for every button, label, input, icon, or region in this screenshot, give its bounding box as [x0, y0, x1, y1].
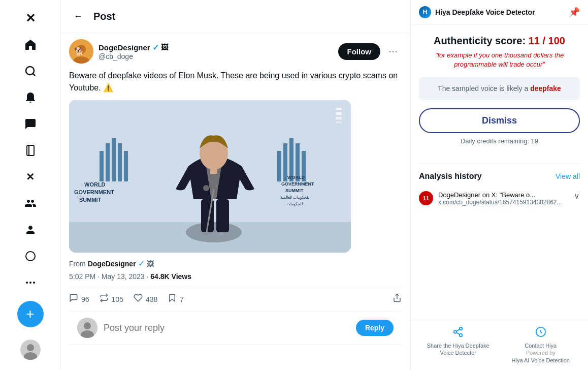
svg-point-52	[460, 334, 463, 337]
reply-button[interactable]: Reply	[356, 320, 394, 336]
svg-rect-44	[336, 117, 342, 119]
panel-header: H Hiya Deepfake Voice Detector 📌	[411, 0, 588, 25]
video-thumbnail[interactable]: WORLD GOVERNMENT SUMMIT WORLD GOVERNMENT…	[69, 100, 351, 253]
authenticity-score-label: Authenticity score: 11 / 100	[419, 35, 580, 47]
svg-line-53	[456, 332, 460, 334]
tweet-author-name[interactable]: DogeDesigner ✓ 🖼	[99, 43, 168, 52]
history-item-score: 11	[419, 191, 433, 205]
score-section: Authenticity score: 11 / 100 "for exampl…	[411, 25, 588, 163]
tweet-actions: Follow ⋯	[338, 43, 402, 60]
from-author[interactable]: DogeDesigner	[88, 260, 136, 268]
svg-point-50	[460, 327, 463, 330]
notifications-icon[interactable]	[18, 85, 43, 110]
retweets-stat[interactable]: 105	[100, 293, 123, 305]
compose-button[interactable]: +	[17, 301, 44, 327]
svg-text:🐕: 🐕	[74, 47, 84, 56]
profile-icon[interactable]	[18, 244, 43, 268]
svg-text:GOVERNMENT: GOVERNMENT	[74, 189, 114, 195]
follow-button[interactable]: Follow	[338, 43, 381, 60]
reply-box: Reply	[69, 312, 402, 345]
svg-rect-43	[336, 112, 342, 115]
more-options-button[interactable]: ⋯	[384, 43, 402, 60]
heart-icon	[134, 293, 143, 305]
history-item-text: DogeDesigner on X: "Beware o... x.com/cb…	[438, 191, 569, 206]
svg-text:للحكومات: للحكومات	[286, 202, 303, 206]
share-icon	[393, 293, 402, 305]
user-avatar[interactable]	[20, 340, 41, 360]
svg-rect-42	[336, 108, 342, 110]
messages-icon[interactable]	[18, 112, 43, 136]
communities-icon[interactable]	[18, 191, 43, 215]
tweet-body: 🐕 DogeDesigner ✓ 🖼 @cb_doge Follow	[61, 33, 410, 351]
history-header: Analysis history View all	[419, 172, 580, 181]
bookmarks-stat[interactable]: 7	[168, 293, 184, 305]
svg-point-9	[27, 344, 34, 351]
back-button[interactable]: ←	[69, 7, 87, 25]
svg-point-51	[454, 330, 457, 333]
likes-stat[interactable]: 438	[134, 293, 157, 305]
svg-text:WORLD: WORLD	[84, 181, 106, 188]
x-logo-icon[interactable]: ✕	[18, 6, 43, 30]
verified-badge: ✓	[152, 43, 159, 52]
comments-stat[interactable]: 96	[69, 293, 89, 305]
svg-point-5	[26, 282, 28, 284]
home-icon[interactable]	[18, 33, 43, 57]
more-dots-icon[interactable]	[18, 270, 43, 295]
svg-text:SUMMIT: SUMMIT	[285, 188, 304, 193]
pin-icon[interactable]: 📌	[569, 7, 580, 18]
history-item[interactable]: 11 DogeDesigner on X: "Beware o... x.com…	[419, 187, 580, 210]
svg-line-54	[456, 329, 460, 331]
chevron-down-icon: ∨	[574, 191, 580, 201]
main-content: ← Post 🐕 Dog	[61, 0, 410, 370]
tweet-timestamp: 5:02 PM · May 13, 2023 · 64.8K Views	[69, 272, 402, 287]
post-header: ← Post	[61, 0, 410, 33]
panel-title: Hiya Deepfake Voice Detector	[435, 8, 535, 16]
history-item-url: x.com/cb_doge/status/16574159134302862..…	[438, 199, 569, 206]
svg-point-0	[26, 67, 34, 75]
svg-point-7	[33, 282, 35, 284]
tweet-author-info: 🐕 DogeDesigner ✓ 🖼 @cb_doge	[69, 39, 168, 64]
contact-hiya-icon	[535, 326, 546, 340]
history-item-title: DogeDesigner on X: "Beware o...	[438, 191, 569, 199]
hiya-logo-icon: H	[419, 6, 431, 18]
tweet-author-handle: @cb_doge	[99, 52, 168, 60]
contact-hiya-button[interactable]: Contact HiyaPowered byHiya AI Voice Dete…	[502, 326, 580, 364]
stats-row: 96 105 438	[69, 287, 402, 312]
svg-point-41	[203, 185, 209, 191]
svg-text:SUMMIT: SUMMIT	[79, 197, 102, 203]
panel-title-row: H Hiya Deepfake Voice Detector	[419, 6, 535, 18]
svg-text:WORLD: WORLD	[287, 175, 305, 180]
svg-rect-37	[216, 199, 229, 232]
from-verified-badge: ✓	[138, 259, 145, 268]
sidebar: ✕ ✕ +	[0, 0, 61, 370]
right-panel: H Hiya Deepfake Voice Detector 📌 Authent…	[410, 0, 588, 370]
svg-rect-22	[277, 151, 281, 181]
bookmarks-icon[interactable]	[18, 138, 43, 163]
tweet-text: Beware of deepfake videos of Elon Musk. …	[69, 70, 402, 94]
share-button[interactable]: Share the Hiya DeepfakeVoice Detector	[419, 326, 498, 364]
search-icon[interactable]	[18, 59, 43, 83]
share-footer-icon	[452, 326, 464, 340]
svg-rect-45	[336, 121, 342, 123]
svg-rect-23	[283, 143, 287, 181]
svg-rect-18	[106, 143, 110, 181]
history-section: Analysis history View all 11 DogeDesigne…	[411, 164, 588, 320]
contact-hiya-label: Contact HiyaPowered byHiya AI Voice Dete…	[512, 342, 570, 364]
tweet-author-avatar[interactable]: 🐕	[69, 39, 93, 64]
view-all-link[interactable]: View all	[556, 172, 580, 180]
svg-point-48	[84, 322, 91, 329]
svg-line-1	[32, 74, 35, 76]
x-premium-icon[interactable]: ✕	[18, 165, 43, 189]
svg-rect-17	[100, 151, 104, 181]
svg-rect-21	[124, 151, 128, 181]
svg-rect-20	[118, 143, 122, 181]
share-stat[interactable]	[393, 293, 402, 305]
groups-icon[interactable]	[18, 218, 43, 242]
reply-input[interactable]	[104, 323, 350, 333]
svg-point-6	[29, 282, 31, 284]
dismiss-button[interactable]: Dismiss	[419, 108, 580, 133]
tweet-scroll-area[interactable]: 🐕 DogeDesigner ✓ 🖼 @cb_doge Follow	[61, 33, 410, 370]
comment-icon	[69, 293, 78, 305]
deepfake-word: deepfake	[530, 84, 561, 92]
share-footer-label: Share the Hiya DeepfakeVoice Detector	[427, 342, 489, 357]
